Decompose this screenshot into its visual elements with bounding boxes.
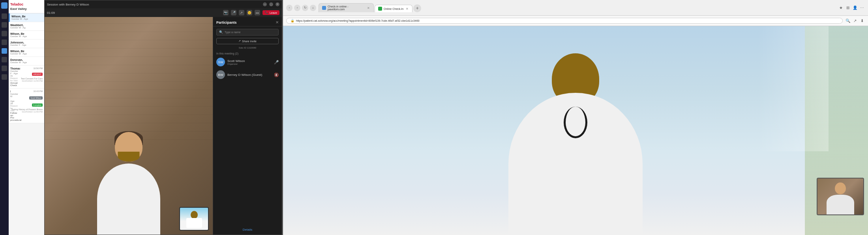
sidebar-icon-phone[interactable]	[2, 31, 7, 36]
maximize-button[interactable]: □	[269, 2, 273, 6]
patient-name: Thomas, Monique	[10, 67, 20, 70]
teams-toolbar: 01:09 📷 🎤 ↗ 😊 ••• 📞 Leave	[45, 8, 282, 17]
status-badge: Complete	[32, 103, 43, 107]
reason-label: Reason for Visit	[10, 77, 20, 82]
mini-video-pip-right	[817, 178, 864, 215]
share-page-icon[interactable]: ↗	[852, 18, 858, 24]
beard	[118, 152, 140, 162]
patient-item[interactable]: Waabbert, Gender M · Ag	[9, 22, 44, 31]
location-name: East Valley	[10, 7, 43, 11]
status-badge: URGENT	[32, 73, 43, 76]
sidebar-icon-apps[interactable]	[2, 66, 7, 71]
left-panel: Teladoc East Valley Wilson, Be Gender M …	[0, 0, 282, 235]
search-icon: 🔍	[219, 30, 223, 34]
call-timer: 01:09	[47, 11, 55, 15]
reason-text: Annual Check	[10, 82, 20, 86]
zoom-icon[interactable]: 🔍	[845, 18, 851, 24]
profile-icon[interactable]: 👤	[852, 5, 858, 11]
body	[97, 164, 160, 235]
back-button[interactable]: ‹	[286, 5, 292, 11]
browser-nav-buttons: ‹ › ↻ ⌂	[286, 5, 316, 11]
tab-close-icon[interactable]: ✕	[405, 7, 409, 11]
sidebar-icon-chat[interactable]	[2, 48, 7, 54]
leave-button[interactable]: 📞 Leave	[262, 10, 279, 15]
mini-doc-head	[191, 211, 198, 219]
mini-patient-body	[827, 195, 854, 214]
patient-list-header: Teladoc East Valley	[9, 0, 44, 13]
patient-item[interactable]: Wilson, Be Gender M · Age	[9, 13, 44, 22]
tab-close-icon[interactable]: ✕	[366, 6, 370, 10]
mic-icon[interactable]: 🎤	[231, 10, 236, 15]
save-page-icon[interactable]: ⬇	[859, 18, 865, 24]
close-button[interactable]: ✕	[276, 2, 279, 6]
mic-icon: 🎤	[274, 60, 279, 64]
patient-item[interactable]: Johnsson, Gender F · Age	[9, 39, 44, 48]
share-invite-button[interactable]: ↗ Share invite	[216, 38, 279, 44]
mic-muted-icon: 🔇	[274, 73, 279, 77]
search-input[interactable]: Type a name	[225, 31, 276, 34]
sidebar-icon-help[interactable]	[2, 74, 7, 80]
patient-sub: Gender M · Age	[10, 61, 43, 64]
appointment-time: 10:43 PM	[11, 90, 43, 92]
leave-icon: 📞	[265, 11, 268, 14]
minimize-button[interactable]: ─	[263, 2, 267, 6]
participant-search-box[interactable]: 🔍 Type a name	[216, 29, 279, 36]
reload-button[interactable]: ↻	[302, 5, 308, 11]
main-video-feed	[45, 17, 213, 235]
sidebar-icon-more[interactable]	[2, 57, 7, 62]
background-window-light	[757, 26, 829, 151]
patient-name: Donovan,	[10, 58, 43, 61]
patient-full-row[interactable]: Thomas, Monique Gender F · Age 31 Reason…	[9, 66, 44, 88]
appointment-time: 10:56 PM	[21, 67, 43, 70]
doctor-video-figure	[497, 38, 654, 235]
patient-gender-age: Gender F · Age 31	[10, 70, 20, 77]
teladoc-brand: Teladoc	[10, 2, 43, 6]
sidebar-icon-topics[interactable]	[2, 13, 7, 19]
patient-full-row[interactable]: Montoya, Alejandro Gender M · Age 28 Rea…	[9, 88, 44, 123]
extensions-icon[interactable]: ⊞	[845, 5, 851, 11]
tab-favicon-online	[378, 7, 382, 11]
camera-icon[interactable]: 📷	[223, 10, 229, 15]
bookmark-icon[interactable]: ★	[838, 5, 844, 11]
browser-tab[interactable]: Check-in online - pavellom.com ✕	[319, 3, 374, 12]
right-panel: ‹ › ↻ ⌂ Check-in online - pavellom.com ✕…	[282, 0, 868, 235]
browser-tabs: Check-in online - pavellom.com ✕ Online …	[319, 3, 836, 12]
participants-header: Participants ✕	[213, 17, 282, 26]
forward-button[interactable]: ›	[294, 5, 300, 11]
patient-item[interactable]: Wilson, Be Gender M · Age	[9, 31, 44, 39]
share-icon: ↗	[238, 39, 241, 43]
patient-sub: Gender M · Ag	[10, 26, 43, 29]
reactions-icon[interactable]: 😊	[247, 10, 252, 15]
new-tab-button[interactable]: +	[413, 4, 421, 12]
screen-share-icon[interactable]: ↗	[239, 10, 244, 15]
sidebar-icon-docs[interactable]	[2, 39, 7, 45]
patient-name: Waabbert,	[10, 24, 43, 26]
address-bar-row: 🔒 https://patient.cat.solvnow.org/acc/me…	[283, 16, 868, 26]
browser-tab-active[interactable]: Online Check-In ✕	[375, 5, 412, 12]
sidebar-icon-calendar[interactable]	[2, 22, 7, 28]
details-button[interactable]: Details	[213, 225, 282, 235]
address-bar[interactable]: 🔒 https://patient.cat.solvnow.org/acc/me…	[286, 18, 843, 24]
mini-patient-feed	[817, 179, 863, 214]
teams-body: Participants ✕ 🔍 Type a name ↗ Share inv…	[45, 17, 282, 235]
patient-video-silhouette	[85, 124, 172, 235]
note-date: 01/24/2022 11:55 PM	[11, 111, 43, 113]
patient-sub: Gender M · Age	[10, 53, 43, 55]
window-controls: ─ □ ✕	[263, 2, 279, 6]
home-button[interactable]: ⌂	[310, 5, 316, 11]
patient-item[interactable]: Donovan, Gender M · Age	[9, 57, 44, 66]
browser-menu-icon[interactable]: ⋯	[859, 5, 865, 11]
leave-label: Leave	[270, 11, 277, 14]
participants-close-icon[interactable]: ✕	[276, 20, 279, 24]
tab-favicon-checkin	[322, 6, 326, 10]
patient-item[interactable]: Wilson, Be Gender M · Age	[9, 48, 44, 57]
participant-item: BW Berney D Wilson (Guest) 🔇	[213, 68, 282, 81]
more-options-icon[interactable]: •••	[255, 10, 260, 15]
browser-action-icons: ★ ⊞ 👤 ⋯	[838, 5, 865, 11]
participant-name: Berney D Wilson (Guest)	[227, 73, 272, 77]
participants-title: Participants	[216, 21, 237, 24]
video-call-container: 💬 1 Chat 🎤 Audio 🎤 Mic ⚙	[283, 26, 868, 235]
patient-name: Johnsson,	[10, 41, 43, 44]
mini-doc-coat	[186, 218, 202, 228]
address-bar-actions: 🔍 ↗ ⬇	[845, 18, 865, 24]
